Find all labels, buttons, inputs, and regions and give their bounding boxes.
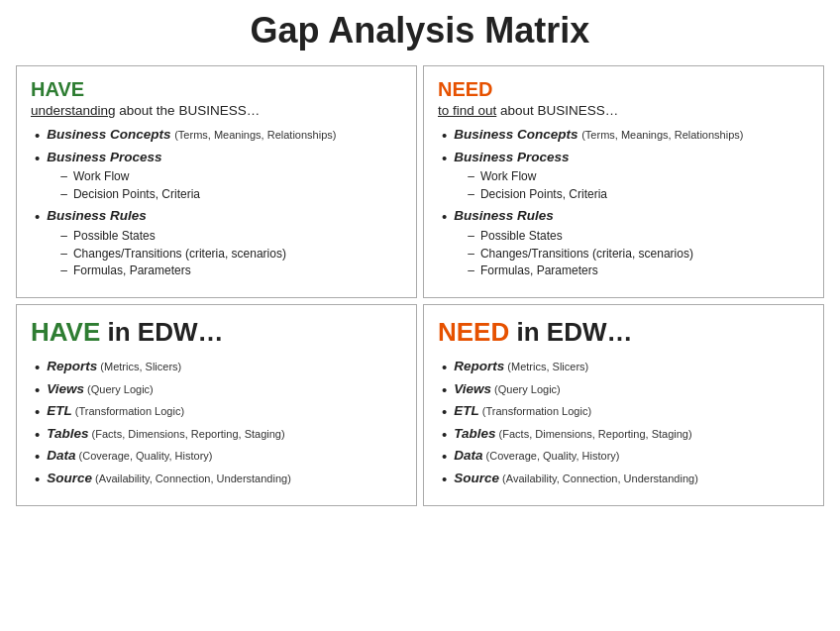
list-item: ETL (Transformation Logic) (438, 402, 809, 422)
item-detail: (Query Logic) (491, 383, 561, 395)
item-label: Source (454, 471, 499, 485)
sub-list-item: Possible States (60, 228, 286, 245)
list-item: Reports (Metrics, Slicers) (438, 358, 809, 377)
item-label: Business Rules (47, 208, 147, 223)
list-item: Data (Coverage, Quality, History) (438, 447, 809, 467)
list-item: Business Rules Possible States Changes/T… (438, 207, 809, 280)
have-edw-header-rest: in EDW… (100, 317, 223, 347)
need-subheader-underline: to find out (438, 103, 496, 118)
item-label: Business Rules (454, 208, 554, 223)
item-detail: (Availability, Connection, Understanding… (92, 473, 291, 484)
need-header: NEED (438, 78, 809, 101)
list-item: ETL (Transformation Logic) (31, 402, 402, 422)
sub-list: Work Flow Decision Points, Criteria (47, 168, 200, 203)
need-edw-header-rest: in EDW… (509, 317, 632, 347)
quadrant-have: HAVE understanding about the BUSINESS… B… (16, 65, 417, 298)
list-item: Views (Query Logic) (31, 380, 402, 400)
quadrant-have-edw: HAVE in EDW… Reports (Metrics, Slicers) … (16, 304, 417, 506)
list-item: Reports (Metrics, Slicers) (31, 358, 402, 377)
list-item: Business Concepts (Terms, Meanings, Rela… (31, 126, 402, 146)
need-edw-list: Reports (Metrics, Slicers) Views (Query … (438, 358, 809, 488)
have-header: HAVE (31, 78, 402, 101)
item-detail: (Availability, Connection, Understanding… (499, 473, 698, 484)
need-list: Business Concepts (Terms, Meanings, Rela… (438, 126, 809, 280)
quadrant-need-edw: NEED in EDW… Reports (Metrics, Slicers) … (423, 304, 824, 506)
sub-list: Possible States Changes/Transitions (cri… (454, 228, 693, 279)
sub-list-item: Changes/Transitions (criteria, scenarios… (468, 246, 693, 263)
list-item: Business Rules Possible States Changes/T… (31, 207, 402, 280)
item-detail: (Facts, Dimensions, Reporting, Staging) (89, 428, 285, 440)
have-subheader-underline: understanding (31, 103, 116, 118)
quadrant-need: NEED to find out about BUSINESS… Busines… (423, 65, 824, 298)
item-label: Business Process (47, 150, 161, 164)
item-label: Reports (47, 359, 97, 373)
item-label: ETL (47, 403, 72, 418)
item-detail: (Coverage, Quality, History) (483, 450, 620, 462)
list-item: Tables (Facts, Dimensions, Reporting, St… (31, 425, 402, 445)
list-item: Views (Query Logic) (438, 380, 809, 400)
have-list: Business Concepts (Terms, Meanings, Rela… (31, 126, 402, 280)
item-label: Views (454, 381, 491, 396)
list-item: Data (Coverage, Quality, History) (31, 447, 402, 467)
item-label: Business Process (454, 150, 569, 164)
have-edw-list: Reports (Metrics, Slicers) Views (Query … (31, 358, 402, 488)
page-title: Gap Analysis Matrix (10, 10, 830, 52)
item-label: Data (454, 448, 482, 463)
have-subheader: understanding about the BUSINESS… (31, 103, 402, 118)
item-detail: (Metrics, Slicers) (97, 361, 181, 372)
item-label: Tables (47, 426, 88, 441)
list-item: Source (Availability, Connection, Unders… (31, 470, 402, 489)
need-subheader-rest: about BUSINESS… (496, 103, 618, 118)
sub-list-item: Changes/Transitions (criteria, scenarios… (60, 246, 286, 263)
item-detail: (Terms, Meanings, Relationships) (174, 129, 336, 141)
item-label: Source (47, 471, 92, 485)
have-edw-header: HAVE in EDW… (31, 317, 402, 348)
list-item: Business Process Work Flow Decision Poin… (31, 149, 402, 204)
sub-list-item: Work Flow (468, 168, 607, 185)
list-item: Tables (Facts, Dimensions, Reporting, St… (438, 425, 809, 445)
item-detail: (Transformation Logic) (72, 405, 184, 417)
list-item: Business Concepts (Terms, Meanings, Rela… (438, 126, 809, 146)
list-item: Business Process Work Flow Decision Poin… (438, 149, 809, 204)
item-detail: (Facts, Dimensions, Reporting, Staging) (496, 428, 692, 440)
have-edw-header-colored: HAVE (31, 317, 100, 347)
sub-list-item: Decision Points, Criteria (60, 186, 200, 203)
item-detail: (Terms, Meanings, Relationships) (581, 129, 743, 141)
item-detail: (Transformation Logic) (479, 405, 591, 417)
sub-list: Possible States Changes/Transitions (cri… (47, 228, 286, 279)
item-label: Views (47, 381, 84, 396)
sub-list-item: Formulas, Parameters (468, 263, 693, 279)
need-edw-header: NEED in EDW… (438, 317, 809, 348)
item-label: Reports (454, 359, 504, 373)
item-label: ETL (454, 403, 479, 418)
sub-list: Work Flow Decision Points, Criteria (454, 168, 607, 203)
sub-list-item: Work Flow (60, 168, 200, 185)
item-detail: (Coverage, Quality, History) (76, 450, 213, 462)
item-label: Tables (454, 426, 495, 441)
item-label: Business Concepts (47, 127, 170, 142)
need-subheader: to find out about BUSINESS… (438, 103, 809, 118)
sub-list-item: Formulas, Parameters (60, 263, 286, 279)
sub-list-item: Possible States (468, 228, 693, 245)
item-label: Business Concepts (454, 127, 578, 142)
item-detail: (Query Logic) (84, 383, 154, 395)
sub-list-item: Decision Points, Criteria (468, 186, 607, 203)
matrix-grid: HAVE understanding about the BUSINESS… B… (10, 65, 830, 506)
list-item: Source (Availability, Connection, Unders… (438, 470, 809, 489)
item-detail: (Metrics, Slicers) (504, 361, 588, 372)
need-edw-header-colored: NEED (438, 317, 509, 347)
item-label: Data (47, 448, 75, 463)
have-subheader-rest: about the BUSINESS… (116, 103, 261, 118)
